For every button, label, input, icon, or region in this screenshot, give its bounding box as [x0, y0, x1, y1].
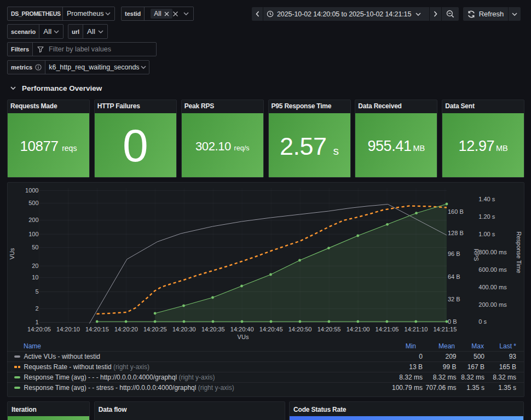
svg-text:2: 2: [35, 305, 38, 312]
svg-text:32 B: 32 B: [448, 296, 460, 302]
svg-text:14:20:10: 14:20:10: [56, 326, 80, 332]
svg-text:1000: 1000: [25, 187, 38, 194]
svg-text:14:20:55: 14:20:55: [318, 326, 341, 332]
svg-text:200: 200: [28, 217, 38, 223]
svg-text:200.00 ms: 200.00 ms: [478, 301, 507, 308]
svg-text:14:20:30: 14:20:30: [172, 326, 196, 332]
svg-text:1.40 s: 1.40 s: [478, 196, 495, 202]
svg-text:14:20:25: 14:20:25: [143, 326, 167, 332]
svg-text:VUs: VUs: [9, 248, 15, 259]
svg-text:14:21:10: 14:21:10: [405, 326, 428, 332]
svg-text:5: 5: [35, 288, 38, 295]
svg-text:20: 20: [32, 262, 38, 269]
svg-text:0 B: 0 B: [448, 318, 457, 325]
svg-text:500: 500: [28, 200, 38, 206]
svg-text:10: 10: [32, 274, 38, 281]
svg-text:14:20:05: 14:20:05: [27, 326, 51, 332]
svg-text:1.20 s: 1.20 s: [478, 213, 495, 220]
svg-text:14:20:45: 14:20:45: [259, 326, 283, 332]
svg-text:14:20:40: 14:20:40: [230, 326, 254, 332]
svg-text:14:20:15: 14:20:15: [85, 326, 109, 332]
svg-text:0 s: 0 s: [478, 318, 487, 325]
svg-text:Response Time: Response Time: [516, 231, 522, 273]
svg-text:600.00 ms: 600.00 ms: [478, 266, 507, 273]
svg-text:400.00 ms: 400.00 ms: [478, 284, 507, 290]
svg-text:160 B: 160 B: [448, 208, 464, 215]
svg-text:800.00 ms: 800.00 ms: [478, 249, 507, 255]
svg-text:14:20:20: 14:20:20: [114, 326, 138, 332]
svg-text:128 B: 128 B: [448, 230, 464, 236]
svg-text:14:20:35: 14:20:35: [201, 326, 225, 332]
svg-text:96 B: 96 B: [448, 250, 460, 257]
svg-text:VUs: VUs: [238, 334, 249, 340]
svg-text:64 B: 64 B: [448, 273, 460, 280]
svg-text:14:21:05: 14:21:05: [376, 326, 399, 332]
svg-text:100: 100: [28, 231, 38, 237]
svg-text:1: 1: [35, 319, 38, 325]
svg-text:1.00 s: 1.00 s: [478, 231, 495, 237]
svg-text:14:20:50: 14:20:50: [288, 326, 312, 332]
svg-text:14:21:15: 14:21:15: [433, 326, 457, 332]
svg-text:50: 50: [32, 244, 38, 250]
svg-text:14:21:00: 14:21:00: [347, 326, 370, 332]
